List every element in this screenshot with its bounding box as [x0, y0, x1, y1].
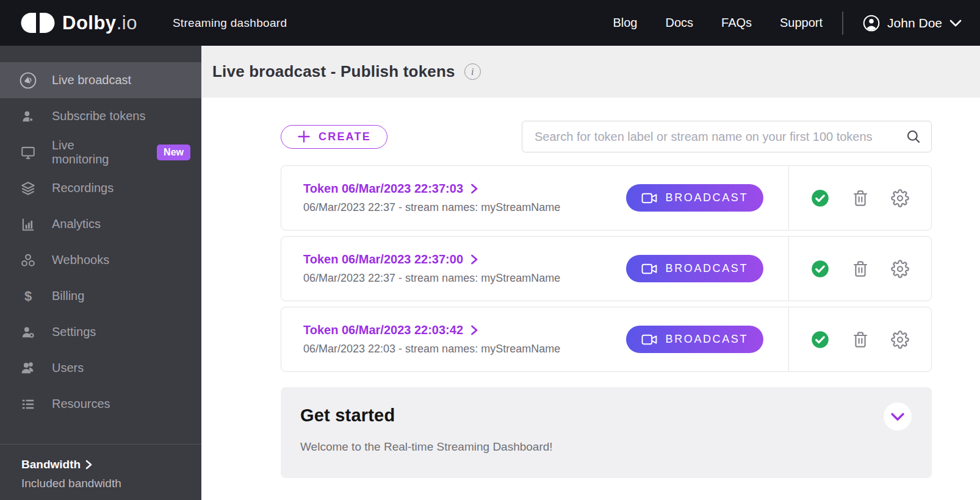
token-details: 06/Mar/2023 22:37 - stream names: myStre…	[303, 272, 626, 285]
top-nav-links: Blog Docs FAQs Support	[613, 16, 823, 30]
sidebar-item-label: Settings	[52, 325, 96, 339]
delete-trash-icon[interactable]	[852, 331, 869, 348]
nav-link-faqs[interactable]: FAQs	[721, 16, 752, 30]
chevron-down-icon	[890, 412, 905, 421]
get-started-message: Welcome to the Real-time Streaming Dashb…	[300, 440, 912, 454]
sidebar: Live broadcast Subscribe tokens Live mon…	[0, 46, 201, 500]
sidebar-item-label: Users	[52, 361, 84, 375]
token-info: Token 06/Mar/2023 22:03:42 06/Mar/2023 2…	[281, 323, 626, 355]
token-row: Token 06/Mar/2023 22:37:03 06/Mar/2023 2…	[281, 165, 932, 230]
megaphone-icon	[19, 72, 37, 89]
person-badge-icon	[19, 109, 37, 124]
sidebar-item-recordings[interactable]: Recordings	[0, 170, 201, 206]
bar-chart-icon	[19, 216, 37, 232]
page-header: Live broadcast - Publish tokens i	[201, 46, 980, 98]
chevron-down-icon	[949, 20, 962, 27]
user-name: John Doe	[887, 16, 942, 30]
webhooks-icon	[19, 252, 37, 268]
create-button[interactable]: CREATE	[281, 125, 387, 149]
sidebar-item-label: Webhooks	[52, 253, 109, 267]
sidebar-item-label: Billing	[52, 289, 84, 303]
sidebar-item-label: Subscribe tokens	[52, 109, 145, 123]
token-row: Token 06/Mar/2023 22:03:42 06/Mar/2023 2…	[281, 307, 932, 372]
video-camera-icon	[641, 191, 658, 205]
broadcast-button[interactable]: BROADCAST	[626, 184, 763, 212]
toolbar: CREATE	[281, 121, 932, 152]
token-actions	[789, 330, 931, 349]
search-icon[interactable]	[906, 129, 921, 145]
bandwidth-subtitle: Included bandwidth	[21, 477, 201, 490]
sidebar-item-analytics[interactable]: Analytics	[0, 206, 201, 242]
list-icon	[19, 396, 37, 412]
token-actions	[789, 260, 931, 278]
token-info: Token 06/Mar/2023 22:37:00 06/Mar/2023 2…	[281, 252, 626, 285]
delete-trash-icon[interactable]	[852, 190, 869, 207]
users-icon	[19, 360, 37, 376]
token-actions	[789, 189, 931, 207]
content-area: CREATE Token 06/Mar/2023 22:37:03	[201, 98, 980, 478]
search-input[interactable]	[535, 130, 906, 144]
token-details: 06/Mar/2023 22:37 - stream names: myStre…	[303, 201, 626, 214]
token-name-link[interactable]: Token 06/Mar/2023 22:37:03	[303, 182, 626, 196]
page-title: Live broadcast - Publish tokens	[212, 62, 455, 81]
sidebar-item-users[interactable]: Users	[0, 350, 201, 386]
dolby-logo-icon	[21, 13, 55, 33]
create-button-label: CREATE	[319, 130, 371, 143]
navbar-divider	[842, 12, 843, 35]
broadcast-button-label: BROADCAST	[666, 333, 748, 346]
sidebar-item-label: Live monitoring	[52, 138, 134, 166]
user-menu[interactable]: John Doe	[863, 15, 962, 32]
sidebar-item-settings[interactable]: Settings	[0, 314, 201, 350]
settings-gear-icon[interactable]	[891, 189, 909, 207]
nav-link-docs[interactable]: Docs	[665, 16, 693, 30]
broadcast-button-label: BROADCAST	[666, 191, 748, 204]
sidebar-item-resources[interactable]: Resources	[0, 386, 201, 422]
sidebar-footer: Bandwidth Included bandwidth	[0, 444, 201, 500]
sidebar-item-subscribe-tokens[interactable]: Subscribe tokens	[0, 98, 201, 134]
chevron-right-icon	[470, 254, 478, 265]
monitor-icon	[19, 145, 37, 160]
sidebar-item-webhooks[interactable]: Webhooks	[0, 242, 201, 278]
video-camera-icon	[641, 333, 658, 346]
settings-gear-icon[interactable]	[891, 260, 909, 278]
get-started-card: Get started Welcome to the Real-time Str…	[281, 387, 932, 478]
sidebar-item-live-broadcast[interactable]: Live broadcast	[0, 62, 201, 98]
new-badge: New	[157, 145, 190, 160]
nav-link-support[interactable]: Support	[780, 16, 823, 30]
plus-icon	[297, 130, 311, 143]
delete-trash-icon[interactable]	[852, 260, 869, 277]
chevron-right-icon	[470, 184, 478, 194]
token-row: Token 06/Mar/2023 22:37:00 06/Mar/2023 2…	[281, 236, 932, 301]
broadcast-button[interactable]: BROADCAST	[626, 326, 763, 353]
broadcast-button-label: BROADCAST	[666, 262, 748, 275]
top-navbar: Dolby.io Streaming dashboard Blog Docs F…	[0, 0, 980, 46]
get-started-title: Get started	[300, 405, 912, 426]
info-icon[interactable]: i	[464, 63, 481, 80]
chevron-right-icon	[470, 325, 478, 335]
sidebar-item-label: Live broadcast	[52, 73, 131, 87]
sidebar-item-billing[interactable]: $ Billing	[0, 278, 201, 314]
nav-link-blog[interactable]: Blog	[613, 16, 637, 30]
app-subtitle: Streaming dashboard	[173, 16, 287, 30]
expand-toggle-button[interactable]	[884, 402, 912, 430]
sidebar-item-label: Recordings	[52, 181, 113, 195]
sidebar-item-label: Resources	[52, 397, 110, 411]
token-info: Token 06/Mar/2023 22:37:03 06/Mar/2023 2…	[281, 182, 626, 214]
main-panel: Live broadcast - Publish tokens i CREATE	[201, 46, 980, 500]
search-box	[522, 121, 932, 152]
broadcast-button[interactable]: BROADCAST	[626, 255, 763, 282]
avatar-icon	[863, 15, 880, 32]
video-camera-icon	[641, 262, 658, 276]
settings-gear-icon[interactable]	[891, 330, 909, 349]
sidebar-item-live-monitoring[interactable]: Live monitoring New	[0, 134, 201, 170]
token-name-link[interactable]: Token 06/Mar/2023 22:37:00	[303, 252, 626, 266]
token-name-link[interactable]: Token 06/Mar/2023 22:03:42	[303, 323, 626, 337]
layers-icon	[19, 180, 37, 196]
brand-wordmark: Dolby.io	[62, 12, 137, 34]
bandwidth-link[interactable]: Bandwidth	[21, 458, 201, 471]
active-check-icon[interactable]	[811, 330, 829, 349]
chevron-right-icon	[85, 460, 92, 470]
active-check-icon[interactable]	[811, 189, 829, 207]
active-check-icon[interactable]	[811, 260, 829, 278]
dollar-icon: $	[19, 288, 37, 304]
